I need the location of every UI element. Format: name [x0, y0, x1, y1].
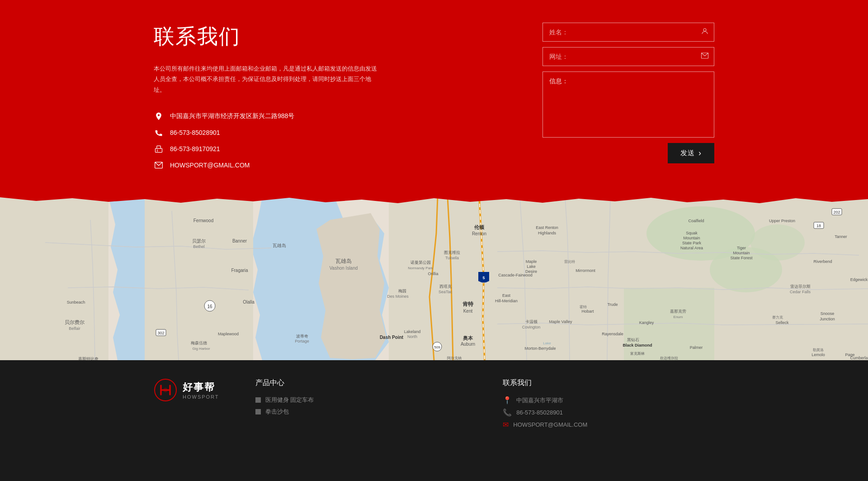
svg-text:302: 302 [157, 331, 164, 335]
svg-text:Highlands: Highlands [538, 231, 557, 235]
map-image: 16 302 5 509 贝尔费尔 Belfair 嘉斯特比奇 Sunset B… [0, 197, 868, 360]
svg-text:Kangley: Kangley [639, 320, 654, 325]
contact-info-list: 中国嘉兴市平湖市经济开发区新兴二路988号 86-573-85028901 [154, 111, 506, 170]
svg-text:霍特: 霍特 [580, 305, 587, 309]
contact-address-item: 中国嘉兴市平湖市经济开发区新兴二路988号 [154, 111, 506, 121]
svg-text:Tukwila: Tukwila [445, 256, 459, 260]
svg-text:瓦雄岛: 瓦雄岛 [335, 258, 352, 264]
svg-text:阿尔戈纳: 阿尔戈纳 [447, 356, 462, 360]
svg-text:Hill-Meridian: Hill-Meridian [495, 299, 518, 303]
svg-text:Des Moines: Des Moines [387, 294, 409, 299]
svg-text:Riverbend: Riverbend [813, 259, 832, 264]
footer: 好事帮 HOWSPORT 产品中心 医用健身 固定车布 拳击沙包 联系我们 📍 … [0, 360, 868, 446]
svg-text:Tiger: Tiger [737, 246, 746, 250]
svg-text:图克维拉: 图克维拉 [444, 250, 460, 255]
svg-text:16: 16 [207, 304, 212, 309]
svg-text:Maplewood: Maplewood [218, 332, 239, 336]
footer-contact-phone: 📞 86-573-85028901 [503, 408, 714, 417]
svg-text:State Park: State Park [682, 241, 702, 245]
svg-text:Fragaria: Fragaria [231, 268, 248, 273]
contact-description: 本公司所有邮件往来均使用上面邮箱和企业邮箱，凡是通过私人邮箱发送的信息由发送人员… [154, 63, 380, 95]
svg-text:Bethel: Bethel [193, 244, 205, 249]
footer-product-item-1[interactable]: 医用健身 固定车布 [255, 396, 467, 404]
svg-text:Hobart: Hobart [581, 309, 594, 314]
submit-button[interactable]: 发送 › [668, 143, 714, 163]
svg-text:Gig Harbor: Gig Harbor [192, 347, 210, 351]
svg-text:Covington: Covington [522, 325, 541, 329]
svg-text:Mountain: Mountain [683, 236, 700, 240]
svg-text:西塔克: 西塔克 [439, 284, 452, 289]
submit-label: 发送 [680, 149, 695, 157]
footer-email-icon: ✉ [503, 420, 509, 429]
phone-icon [154, 128, 164, 138]
footer-brand-text: 好事帮 HOWSPORT [183, 381, 219, 400]
svg-text:勒莫洛: 勒莫洛 [813, 348, 824, 352]
footer-logo: 好事帮 HOWSPORT [154, 378, 219, 402]
submit-row: 发送 › [542, 143, 714, 163]
svg-text:Banner: Banner [232, 238, 247, 243]
svg-text:欣达维尔拉: 欣达维尔拉 [660, 356, 678, 360]
contact-fax: 86-573-89170921 [170, 145, 220, 152]
contact-fax-item: 86-573-89170921 [154, 144, 506, 154]
contact-section: 联系我们 本公司所有邮件往来均使用上面邮箱和企业邮箱，凡是通过私人邮箱发送的信息… [0, 0, 868, 197]
svg-text:Palmer: Palmer [690, 345, 703, 350]
svg-text:SeaTac: SeaTac [439, 290, 453, 294]
svg-text:赛力克: 赛力克 [772, 315, 783, 319]
svg-text:Morton·Berrydale: Morton·Berrydale [524, 346, 556, 351]
svg-text:瓦雄岛: 瓦雄岛 [273, 243, 286, 248]
message-label: 信息： [549, 77, 708, 86]
url-field-wrapper [542, 47, 714, 66]
name-field-wrapper [542, 23, 714, 42]
svg-text:Squak: Squak [686, 231, 698, 235]
svg-text:Edgewick: Edgewick [850, 277, 868, 282]
svg-text:Maple: Maple [526, 259, 537, 264]
svg-text:Lakeland: Lakeland [404, 329, 421, 334]
svg-point-136 [163, 388, 168, 392]
svg-text:Rayensdale: Rayensdale [602, 332, 623, 336]
svg-text:Lake: Lake [527, 264, 536, 269]
svg-text:Normandy Park: Normandy Park [408, 266, 434, 270]
svg-text:Desire: Desire [525, 269, 537, 274]
svg-text:嘉斯特比奇: 嘉斯特比奇 [78, 357, 99, 360]
footer-contact-address: 📍 中国嘉兴市平湖市 [503, 396, 714, 405]
svg-text:18: 18 [816, 224, 821, 228]
svg-text:202: 202 [833, 210, 840, 214]
location-icon [154, 111, 164, 121]
bullet-icon [255, 409, 261, 414]
svg-text:Olalla: Olalla [243, 300, 255, 305]
footer-products-col: 产品中心 医用健身 固定车布 拳击沙包 [255, 378, 467, 419]
svg-text:Selleck: Selleck [775, 320, 789, 325]
svg-text:Black Diamond: Black Diamond [623, 343, 652, 348]
svg-text:伦顿: 伦顿 [474, 224, 485, 230]
message-input[interactable] [549, 89, 708, 130]
contact-form: 信息： 发送 › [542, 23, 714, 163]
footer-contact-title: 联系我们 [503, 378, 714, 388]
footer-products-title: 产品中心 [255, 378, 467, 388]
svg-rect-7 [0, 197, 108, 360]
svg-text:Tanner: Tanner [835, 234, 847, 239]
svg-text:雷达菲尔斯: 雷达菲尔斯 [790, 284, 811, 289]
contact-title: 联系我们 [154, 23, 506, 51]
svg-text:Cedar Falls: Cedar Falls [790, 290, 811, 294]
brand-name-en: HOWSPORT [183, 394, 219, 400]
svg-text:Snoose: Snoose [821, 311, 835, 316]
svg-text:Coalfield: Coalfield [688, 219, 704, 223]
url-input[interactable] [542, 47, 714, 66]
footer-product-item-2[interactable]: 拳击沙包 [255, 408, 467, 416]
svg-text:贝瑟尔: 贝瑟尔 [192, 238, 206, 243]
svg-text:East Renton: East Renton [536, 225, 558, 230]
svg-text:Orillia: Orillia [428, 271, 438, 276]
svg-text:Junction: Junction [820, 317, 835, 321]
svg-text:Belfair: Belfair [69, 326, 80, 331]
svg-text:Kent: Kent [463, 309, 473, 314]
map-section: 16 302 5 509 贝尔费尔 Belfair 嘉斯特比奇 Sunset B… [0, 197, 868, 360]
svg-rect-0 [156, 148, 162, 152]
svg-text:Mirrormont: Mirrormont [576, 268, 595, 273]
bullet-icon [255, 397, 261, 403]
name-input[interactable] [542, 23, 714, 42]
svg-text:Sunbeach: Sunbeach [67, 300, 85, 305]
svg-text:梅园: 梅园 [398, 289, 406, 293]
svg-text:Dash Point: Dash Point [380, 335, 404, 340]
svg-text:North: North [407, 334, 417, 339]
contact-email-item: HOWSPORT@GMAIL.COM [154, 160, 506, 170]
